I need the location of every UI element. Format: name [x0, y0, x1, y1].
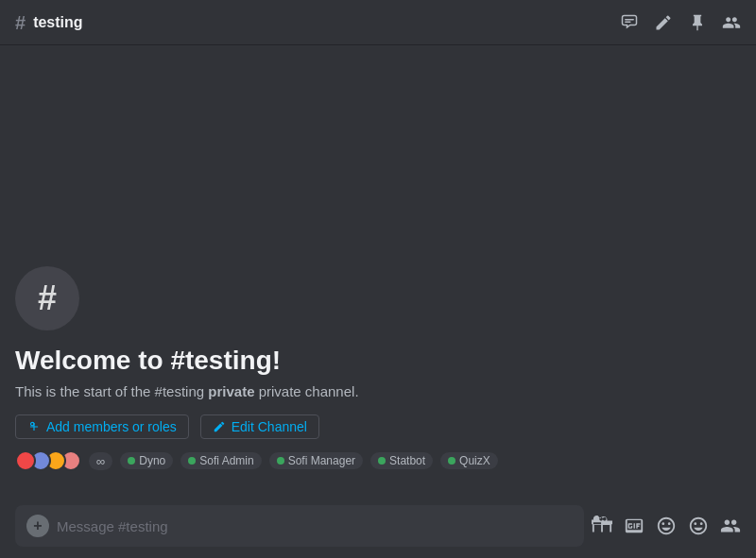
- activities-icon[interactable]: [720, 516, 741, 536]
- sticker-icon[interactable]: [656, 516, 677, 536]
- header-icons: [620, 13, 741, 32]
- welcome-title: Welcome to #testing!: [15, 346, 741, 376]
- message-actions: [592, 516, 741, 536]
- desc-channel: #testing: [155, 383, 205, 399]
- desc-bold: private: [208, 383, 254, 399]
- member-tag-quizx: QuizX: [440, 452, 498, 469]
- channel-name: testing: [33, 14, 82, 31]
- action-buttons: Add members or roles Edit Channel: [15, 414, 741, 439]
- channel-header: # testing: [0, 0, 756, 45]
- header-left: # testing: [15, 13, 83, 32]
- dyno-label: Dyno: [139, 454, 165, 467]
- svg-point-2: [31, 422, 35, 426]
- emoji-icon[interactable]: [688, 516, 709, 536]
- channel-welcome-hash: #: [38, 281, 57, 315]
- pin-icon[interactable]: [688, 13, 707, 32]
- members-icon[interactable]: [722, 13, 741, 32]
- sofi-manager-dot: [277, 457, 284, 465]
- edit-channel-button[interactable]: Edit Channel: [200, 414, 319, 439]
- edit-icon[interactable]: [654, 13, 673, 32]
- members-row: ∞ Dyno Sofi Admin Sofi Manager Statbot: [15, 450, 741, 471]
- message-bar: +: [0, 494, 756, 558]
- desc-suffix: private channel.: [254, 383, 358, 399]
- add-members-label: Add members or roles: [46, 419, 177, 434]
- welcome-description: This is the start of the #testing privat…: [15, 383, 741, 399]
- main-content: # Welcome to #testing! This is the start…: [0, 45, 756, 494]
- dyno-dot: [128, 457, 135, 465]
- statbot-dot: [378, 457, 386, 465]
- gift-icon[interactable]: [592, 516, 612, 536]
- add-members-icon: [27, 420, 41, 433]
- message-input-container: +: [15, 505, 584, 547]
- member-tag-dyno: Dyno: [120, 452, 173, 469]
- avatar-1: [15, 450, 36, 471]
- member-tag-statbot: Statbot: [370, 452, 433, 469]
- channel-icon: #: [15, 266, 79, 330]
- add-members-button[interactable]: Add members or roles: [15, 414, 189, 439]
- desc-prefix: This is the start of the: [15, 383, 155, 399]
- statbot-label: Statbot: [389, 454, 425, 467]
- member-tag-infinity: ∞: [89, 452, 112, 470]
- sofi-manager-label: Sofi Manager: [288, 454, 355, 467]
- quizx-dot: [448, 457, 455, 465]
- edit-channel-label: Edit Channel: [232, 419, 307, 434]
- member-tag-sofi-manager: Sofi Manager: [269, 452, 363, 469]
- avatars-group: [15, 450, 81, 471]
- channel-hash-icon: #: [15, 13, 26, 32]
- sofi-admin-dot: [188, 457, 196, 465]
- sofi-admin-label: Sofi Admin: [199, 454, 253, 467]
- edit-channel-icon: [213, 420, 226, 433]
- welcome-section: # Welcome to #testing! This is the start…: [15, 259, 741, 486]
- add-content-button[interactable]: +: [26, 515, 49, 537]
- message-input[interactable]: [57, 518, 573, 534]
- threads-icon[interactable]: [620, 13, 639, 32]
- member-tag-sofi-admin: Sofi Admin: [180, 452, 261, 469]
- quizx-label: QuizX: [459, 454, 490, 467]
- gif-icon[interactable]: [624, 516, 644, 536]
- infinity-symbol: ∞: [96, 454, 105, 468]
